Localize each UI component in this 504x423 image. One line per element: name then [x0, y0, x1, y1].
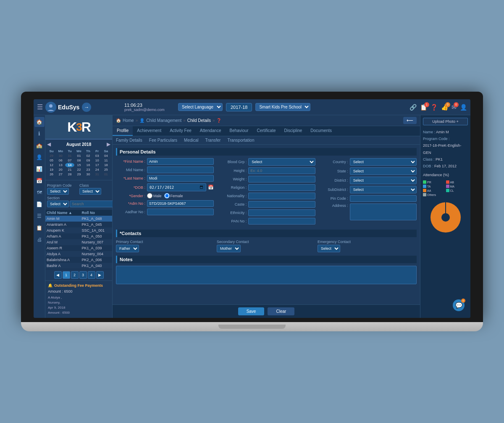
cal-day[interactable]: 09 — [84, 158, 92, 163]
cal-day[interactable]: 05 — [47, 158, 56, 163]
language-select[interactable]: Select Language — [178, 103, 223, 111]
nationality-input[interactable] — [248, 193, 315, 199]
cal-day[interactable]: 20 — [56, 167, 65, 172]
cal-day[interactable]: 29 — [74, 172, 84, 177]
table-row[interactable]: Balakrishna APK2_A_006 — [45, 257, 112, 263]
upload-photo-button[interactable]: Upload Photo + — [423, 118, 468, 125]
cal-day[interactable]: 02 — [84, 153, 92, 158]
table-row[interactable]: Arham APK1_A_050 — [45, 233, 112, 239]
cal-day[interactable]: 01 — [74, 153, 84, 158]
cal-day[interactable]: 10 — [93, 158, 102, 163]
table-row[interactable]: Arul MNursery_007 — [45, 239, 112, 245]
forward-button[interactable]: → — [82, 103, 91, 112]
user-profile-icon[interactable]: 👤 — [460, 104, 467, 111]
table-row[interactable]: Anupem KSSC_1A_001 — [45, 227, 112, 233]
save-button[interactable]: Save — [238, 307, 265, 315]
cal-day[interactable]: 16 — [84, 163, 92, 167]
table-row[interactable]: Aseem RPK1_A_039 — [45, 245, 112, 251]
ethnicity-input[interactable] — [248, 209, 315, 216]
class-select[interactable]: Select — [79, 188, 101, 195]
help-icon[interactable]: ❓ — [430, 104, 438, 111]
first-name-input[interactable] — [147, 158, 214, 165]
main-tab-activity-fee[interactable]: Activity Fee — [165, 126, 196, 136]
cal-day[interactable]: 01 — [102, 172, 110, 177]
cal-day[interactable]: 14 — [65, 163, 74, 167]
main-tab-documents[interactable]: Documents — [306, 126, 336, 136]
year-button[interactable]: 2017-18 — [226, 103, 252, 111]
cal-day[interactable]: 19 — [47, 167, 56, 172]
notes-textarea[interactable] — [116, 266, 417, 284]
cal-day[interactable]: 31 — [65, 153, 74, 158]
cal-day[interactable]: 31 — [93, 172, 102, 177]
nav-school[interactable]: 🏫 — [34, 140, 45, 151]
page-3[interactable]: 3 — [79, 271, 87, 279]
cal-day[interactable]: 12 — [47, 163, 56, 167]
state-select[interactable]: Select — [350, 167, 417, 175]
page-1[interactable]: 1 — [63, 271, 70, 279]
subdistrict-select[interactable]: Select — [350, 186, 417, 193]
district-select[interactable]: Select — [350, 177, 417, 184]
emergency-contact-select[interactable]: Select — [318, 245, 340, 252]
blood-grp-select[interactable]: Select — [248, 158, 315, 166]
secondary-contact-select[interactable]: Mother — [217, 245, 241, 252]
cal-day[interactable]: 17 — [93, 163, 102, 167]
cal-day[interactable]: 24 — [93, 167, 102, 172]
dob-input[interactable] — [147, 183, 206, 191]
col-roll-no[interactable]: Roll No — [80, 210, 112, 216]
nav-user[interactable]: 👤 — [34, 152, 45, 162]
cal-day[interactable]: 29 — [47, 153, 56, 158]
sub-tab-family-details[interactable]: Family Details — [113, 136, 146, 144]
cal-day[interactable]: 30 — [84, 172, 92, 177]
primary-contact-select[interactable]: Father — [116, 245, 139, 252]
main-tab-profile[interactable]: Profile — [113, 126, 133, 136]
program-code-select[interactable]: Select — [47, 188, 69, 195]
address-textarea[interactable] — [350, 204, 417, 220]
pan-input[interactable] — [248, 218, 315, 225]
nav-info[interactable]: ℹ — [34, 129, 45, 139]
mail-icon[interactable]: ✉ 0 — [452, 104, 457, 111]
main-tab-certificate[interactable]: Certificate — [253, 126, 280, 136]
height-input[interactable] — [248, 167, 315, 174]
cal-day[interactable]: 04 — [102, 153, 110, 158]
school-select[interactable]: Smart Kids Pre School — [255, 103, 310, 111]
aadhar-input[interactable] — [147, 209, 214, 215]
cal-day[interactable]: 21 — [65, 167, 74, 172]
page-prev[interactable]: ◀ — [54, 271, 62, 279]
cal-day[interactable]: 23 — [84, 167, 92, 172]
breadcrumb-home[interactable]: Home — [123, 118, 134, 123]
like-icon[interactable]: 👍 0 — [441, 104, 448, 111]
religion-input[interactable] — [248, 184, 315, 191]
main-tab-discipline[interactable]: Discipline — [280, 126, 307, 136]
page-2[interactable]: 2 — [71, 271, 79, 279]
pincode-input[interactable] — [350, 195, 417, 202]
page-next[interactable]: ▶ — [96, 271, 104, 279]
cal-day[interactable]: 28 — [65, 172, 74, 177]
clear-button[interactable]: Clear — [268, 307, 294, 315]
main-tab-achievement[interactable]: Achievement — [133, 126, 165, 136]
student-list-scroll[interactable]: Child Name ▲ Roll No Amin MPK1_A_048Anan… — [45, 210, 112, 270]
breadcrumb-help[interactable]: ❓ — [216, 118, 221, 123]
main-tab-attendance[interactable]: Attendance — [196, 126, 226, 136]
cal-day[interactable]: 06 — [56, 158, 65, 163]
nav-chart[interactable]: 📊 — [34, 164, 45, 174]
cal-day[interactable]: 08 — [74, 158, 84, 163]
weight-input[interactable] — [248, 176, 315, 182]
sub-tab-transfer[interactable]: Transfer — [202, 136, 224, 144]
gender-female-radio[interactable] — [164, 193, 170, 198]
cal-day[interactable]: 22 — [74, 167, 84, 172]
sub-tab-fee-particulars[interactable]: Fee Particulars — [146, 136, 181, 144]
cal-day[interactable]: 07 — [65, 158, 74, 163]
main-tab-behaviour[interactable]: Behaviour — [225, 126, 252, 136]
cal-day[interactable]: 18 — [102, 163, 110, 167]
cal-day[interactable]: 27 — [56, 172, 65, 177]
country-select[interactable]: Select — [350, 158, 417, 166]
table-row[interactable]: Anantram APK1_A_045 — [45, 222, 112, 227]
table-row[interactable]: Amin MPK1_A_048 — [45, 216, 112, 222]
adm-no-input[interactable] — [147, 200, 214, 207]
cal-day[interactable]: 13 — [56, 163, 65, 167]
cal-next[interactable]: ▶ — [107, 141, 110, 147]
cal-day[interactable]: 11 — [102, 158, 110, 163]
back-button[interactable]: ⟵ — [403, 117, 417, 124]
chat-button[interactable]: 💬 0 — [453, 299, 465, 311]
nav-calendar[interactable]: 📅 — [34, 176, 45, 186]
